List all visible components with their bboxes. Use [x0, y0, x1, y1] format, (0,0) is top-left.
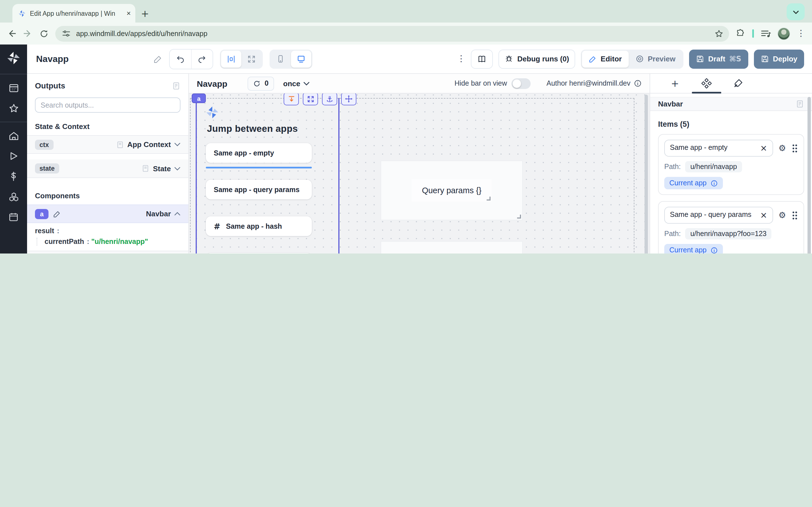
windmill-favicon-icon: [18, 9, 26, 17]
state-row[interactable]: state State: [27, 159, 188, 178]
navbar-link[interactable]: # External link: [206, 253, 312, 253]
more-options-icon[interactable]: ⋮: [457, 55, 465, 63]
redo-button[interactable]: [191, 49, 213, 68]
panel-doc-icon[interactable]: [172, 81, 181, 90]
url-bar[interactable]: app.windmill.dev/apps/edit/u/henri/navap…: [55, 25, 729, 41]
rename-pencil-icon[interactable]: [153, 54, 162, 63]
windmill-app: ⚙ Navapp: [0, 45, 812, 253]
media-playlist-icon[interactable]: [761, 29, 771, 38]
mobile-view-button[interactable]: [271, 50, 291, 67]
navbar-link[interactable]: # Same app - query params: [206, 180, 312, 200]
bookmark-star-icon[interactable]: [714, 29, 723, 38]
hide-bar-toggle[interactable]: [511, 78, 530, 89]
hash-container[interactable]: Hash:: [380, 241, 523, 253]
debug-runs-button[interactable]: Debug runs (0): [499, 49, 575, 68]
item-settings-gear-icon[interactable]: ⚙: [778, 144, 786, 152]
chrome-chevron-button[interactable]: [786, 3, 805, 20]
editor-tab[interactable]: Editor: [582, 50, 628, 67]
chevron-down-icon[interactable]: [174, 143, 181, 147]
resources-icon[interactable]: [5, 188, 22, 205]
expand-button[interactable]: [303, 94, 318, 105]
ctx-row[interactable]: ctx App Context: [27, 135, 188, 154]
undo-button[interactable]: [170, 49, 191, 68]
selected-component-badge[interactable]: a: [192, 94, 206, 103]
windmill-logo-icon[interactable]: [7, 51, 20, 65]
navbar-link[interactable]: # Same app - hash: [206, 216, 312, 236]
schedules-icon[interactable]: [5, 209, 22, 225]
home-icon[interactable]: [5, 127, 22, 144]
full-width-button[interactable]: [241, 50, 262, 67]
settings-tabs: +: [650, 74, 812, 94]
settings-body: Items (5) Same app - empty × ⚙ Path: u/h…: [650, 112, 812, 253]
item-label-field[interactable]: Same app - query params ×: [664, 207, 773, 224]
item-label: Same app - query params: [670, 211, 757, 219]
favorites-star-icon[interactable]: [5, 100, 22, 117]
navbar-link[interactable]: # Same app - empty: [206, 143, 312, 163]
canvas-scrollbar[interactable]: [645, 95, 648, 253]
info-icon[interactable]: [711, 246, 718, 253]
panel-doc-icon[interactable]: [796, 100, 804, 108]
component-settings-tab[interactable]: [691, 74, 722, 93]
apps-icon[interactable]: [5, 79, 22, 96]
runs-icon[interactable]: [5, 148, 22, 165]
query-params-container[interactable]: Query params {}: [380, 161, 523, 220]
navbar-link-label: Same app - hash: [226, 222, 282, 230]
forward-icon[interactable]: [23, 29, 33, 38]
centered-layout-button[interactable]: [221, 50, 241, 67]
ctx-chip: ctx: [35, 139, 53, 150]
browser-menu-icon[interactable]: ⋮: [797, 29, 805, 38]
close-tab-icon[interactable]: ×: [126, 9, 131, 17]
doc-icon: [116, 140, 124, 149]
deploy-button[interactable]: Deploy: [754, 49, 804, 68]
chevron-up-icon[interactable]: [174, 212, 181, 216]
docs-button[interactable]: [471, 49, 493, 68]
edit-id-pencil-icon[interactable]: [53, 210, 61, 218]
theme-tab[interactable]: [722, 74, 754, 93]
site-settings-icon[interactable]: [62, 29, 70, 38]
fill-height-button[interactable]: [284, 94, 299, 105]
settings-scrollbar[interactable]: [808, 97, 811, 253]
undo-redo-group: [169, 49, 213, 69]
browser-tab[interactable]: Edit App u/henri/navapp | Win ×: [12, 4, 135, 22]
item-label-field[interactable]: Same app - empty ×: [664, 140, 773, 157]
refresh-mode-dropdown[interactable]: once: [283, 79, 310, 88]
variables-icon[interactable]: [5, 168, 22, 185]
drag-handle-icon[interactable]: [792, 210, 798, 220]
remove-item-icon[interactable]: ×: [760, 144, 767, 152]
item-settings-gear-icon[interactable]: ⚙: [778, 211, 786, 219]
chevron-down-icon[interactable]: [174, 166, 181, 170]
colon: :: [57, 227, 59, 235]
anchor-button[interactable]: ⚓: [322, 94, 337, 105]
move-button[interactable]: [341, 94, 356, 105]
component-row-container-e[interactable]: e ☝ Container: [27, 251, 188, 253]
drag-handle-icon[interactable]: [792, 144, 798, 153]
info-icon[interactable]: [711, 179, 718, 187]
remove-item-icon[interactable]: ×: [760, 211, 767, 219]
state-type-label: State: [153, 164, 171, 173]
resize-handle[interactable]: [517, 215, 521, 219]
resize-handle[interactable]: [487, 196, 491, 201]
tab-strip: Edit App u/henri/navapp | Win × +: [0, 0, 812, 22]
preview-label: Preview: [648, 55, 675, 63]
search-outputs-input[interactable]: Search outputs...: [35, 98, 181, 113]
insert-component-tab[interactable]: +: [659, 74, 691, 93]
extensions-puzzle-icon[interactable]: [736, 29, 746, 38]
navbar-item-card: Same app - empty × ⚙ Path: u/henri/navap…: [658, 134, 804, 195]
component-row-navbar[interactable]: a Navbar: [27, 205, 188, 223]
hash-icon: #: [214, 222, 220, 230]
draft-button[interactable]: Draft ⌘S: [689, 49, 748, 68]
info-icon[interactable]: [634, 79, 642, 87]
profile-avatar[interactable]: [777, 27, 790, 40]
preview-tab[interactable]: Preview: [628, 50, 682, 67]
navbar-section-header: Navbar: [650, 97, 812, 111]
navbar-component[interactable]: Jump between apps # Same app - empty # S…: [206, 106, 330, 253]
browser-chrome: Edit App u/henri/navapp | Win × +: [0, 0, 812, 45]
item-path: u/henri/navapp: [685, 161, 742, 172]
component-settings-panel: + Navbar Items (5) Same app - empty: [650, 74, 812, 253]
reload-icon[interactable]: [40, 29, 49, 38]
refresh-count-button[interactable]: 0: [248, 76, 274, 91]
new-tab-icon[interactable]: +: [141, 9, 149, 18]
app-canvas[interactable]: a ⚓ Jump between apps #: [189, 94, 650, 253]
desktop-view-button[interactable]: [291, 50, 311, 67]
back-icon[interactable]: [7, 29, 16, 38]
